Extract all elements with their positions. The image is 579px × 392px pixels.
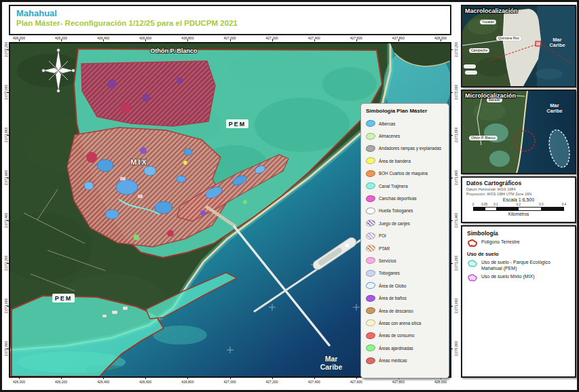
y-coordinate-label: 2,072,000 [453,81,460,104]
macro-sea-label: MarCaribe [545,37,569,48]
legend-swatch [366,144,376,152]
pem-landuse-icon [467,260,478,268]
legend-item-label: Andadores rampas y explanadas [379,146,441,151]
grid-tick [7,50,9,50]
legend-item-label: Canchas deportivas [379,196,417,201]
y-coordinate-label: 2,071,400 [453,209,460,232]
grid-tick [187,377,188,379]
macro-small-chip [464,64,476,68]
grid-tick [103,377,104,379]
grid-tick [7,349,9,349]
legend-item: Servicios [366,254,446,267]
legend-item: Andadores rampas y explanadas [366,142,446,155]
grid-tick [145,377,146,379]
scale-text: Escala 1:6,500 [466,197,571,202]
scalebar-tick-label: 0 [472,203,474,206]
legend-swatch [366,245,376,252]
y-coordinate-label: 2,071,000 [453,294,460,317]
legend-swatch [366,319,376,327]
grid-tick [7,220,9,221]
title-box: Mahahual Plan Máster- Reconfiguración 1/… [9,5,451,35]
legend-item: Canal Trajinera [366,180,446,192]
grid-tick [103,39,104,41]
grid-tick [451,92,453,93]
legend-item: Área de bandera [366,155,446,167]
x-coordinate-label: 427,400 [308,380,320,384]
legend-item: Juego de canjes [366,217,446,229]
legend-item: Áreas con arena sílica [366,317,446,329]
legend-item-label: POI [379,233,386,238]
y-coordinate-label: 2,072,200 [453,38,460,61]
legend-swatch [366,269,376,277]
svg-text:Caribe: Caribe [320,363,343,371]
grid-tick [356,39,357,41]
legend-swatch [366,294,376,302]
scalebar-segment [485,208,497,210]
grid-tick [314,377,315,379]
x-coordinate-label: 426,600 [139,380,151,384]
scalebar-segment [496,208,519,210]
legend-item-label: Juego de canjes [379,221,410,226]
map-title: Mahahual [16,8,450,18]
macro-label-yucatan: Yucatán [480,20,496,24]
legend-item: Área de descanso [366,305,446,317]
simbologia-title: Simbología [467,230,570,237]
y-coordinate-label: 2,071,600 [453,166,460,189]
grid-tick [356,377,357,379]
projection-line: Proyección: WGS 1984 UTM Zone 16N [466,192,571,196]
legend-item: Huella Toboganes [366,205,446,217]
scalebar-segment [519,208,541,210]
grid-tick [441,39,441,41]
x-coordinate-label: 427,000 [223,380,236,384]
micro-label-municipio: Othón P. Blanco [469,136,498,140]
legend-item-label: Almacenes [379,134,400,138]
grid-tick [7,263,9,264]
y-coordinate-label: 2,071,800 [453,123,460,146]
scalebar-tick-label: 0.05 [481,203,487,206]
legend-swatch [366,307,376,315]
grid-tick [272,39,273,41]
legend-swatch [366,170,376,177]
uso-mix-label: Uso de suelo Mixto (MIX) [481,274,535,280]
legend-item-label: Áreas médicas [379,358,407,363]
legend-item: PTAR [366,242,446,254]
datum-line: Datum Horizontal: WGS 1984 [466,187,571,191]
grid-tick [451,178,453,178]
legend-item: Toboganes [366,267,446,279]
scalebar-tick-label: 0.3 [539,203,543,206]
grid-tick [19,39,20,41]
x-coordinate-label: 427,600 [350,380,362,384]
grid-tick [451,306,453,307]
legend-item-label: Albercas [379,121,396,126]
legend-item-label: Servicios [379,258,396,263]
macro-title: Macrolocalización [465,7,518,14]
macro-site-box [536,41,541,46]
legend-item-label: PTAR [379,246,390,251]
grid-tick [61,39,62,41]
x-coordinate-label: 427,200 [266,380,278,384]
y-coordinate-label: 2,070,800 [453,337,460,360]
grid-tick [230,39,231,41]
legend-item: Áreas ajardinadas [366,342,446,354]
x-coordinate-label: 426,200 [55,380,67,384]
micro-title: Microlocalización [465,92,516,99]
poligono-terrestre-label: Poligono Terrestre [481,239,520,246]
x-coordinate-label: 428,000 [434,380,447,384]
uso-mix-item: Uso de suelo Mixto (MIX) [467,274,570,282]
legend-item-label: Área de descanso [379,309,413,313]
grid-tick [451,220,453,221]
legend-item: POI [366,230,446,242]
legend-item: BOH Cuartos de maquina [366,168,446,180]
legend-item-label: Área de baños [379,296,407,300]
municipality-label: Othón P. Blanco [151,47,198,54]
legend-item: Áreas médicas [366,354,446,366]
grid-tick [451,135,453,136]
legend-item: Área de Globo [366,279,446,292]
legend-item-label: Áreas con arena sílica [379,321,421,326]
legend-item-label: Área de bandera [379,159,411,163]
poligono-terrestre-item: Poligono Terrestre [467,239,570,248]
scalebar [473,207,564,211]
legend-title: Simbología Plan Máster [366,108,446,114]
plan-master-legend: Simbología Plan Máster AlbercasAlmacenes… [360,103,449,378]
map-subtitle: Plan Máster- Reconfiguración 1/12/25 par… [16,18,450,28]
